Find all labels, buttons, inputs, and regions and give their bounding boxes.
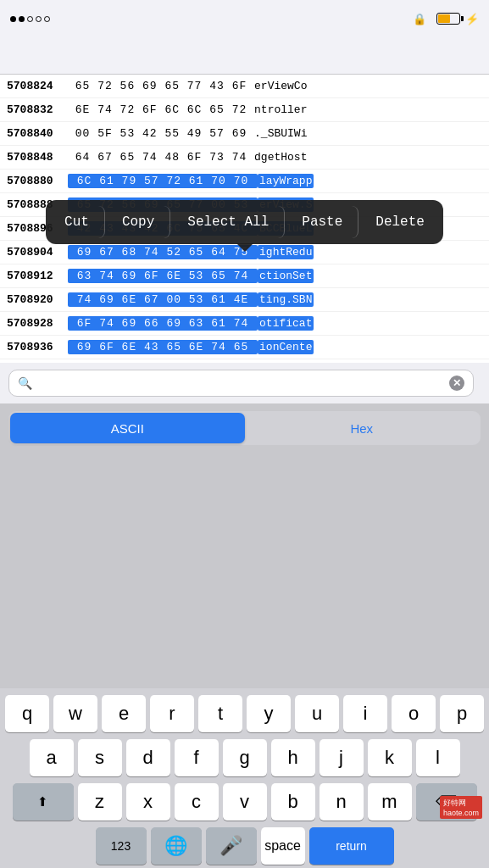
nav-bar (0, 37, 489, 75)
hex-bytes: 6F 74 69 66 69 63 61 74 (68, 316, 258, 331)
keyboard-row-3: ⬆zxcvbnm⌫ (3, 783, 486, 821)
key-f[interactable]: f (175, 739, 219, 776)
space-key[interactable]: space (261, 827, 305, 865)
hex-addr: 5708832 (7, 103, 68, 116)
hex-addr: 5708912 (7, 270, 68, 282)
hex-bytes: 6E 74 72 6F 6C 6C 65 72 (68, 103, 254, 116)
key-b[interactable]: b (271, 783, 315, 821)
key-s[interactable]: s (78, 739, 122, 776)
context-menu-arrow (236, 243, 253, 252)
key-v[interactable]: v (223, 783, 267, 821)
globe-key[interactable]: 🌐 (151, 827, 202, 865)
key-a[interactable]: a (30, 739, 74, 776)
key-g[interactable]: g (223, 739, 267, 776)
context-menu: CutCopySelect AllPasteDelete (46, 200, 443, 244)
status-left (10, 16, 60, 22)
keyboard-bottom-row: 123🌐🎤spacereturn (3, 827, 486, 865)
segment-control: ASCII Hex (8, 411, 481, 445)
hex-row[interactable]: 5708928 6F 74 69 66 69 63 61 74 otificat (0, 312, 489, 336)
hex-row[interactable]: 5708880 6C 61 79 57 72 61 70 70 layWrapp (0, 170, 489, 193)
hex-ascii: erViewCo (254, 80, 307, 92)
key-d[interactable]: d (126, 739, 170, 776)
return-key[interactable]: return (309, 827, 394, 865)
search-bar-container: 🔍 ✕ (0, 363, 489, 404)
hex-addr: 5708840 (7, 127, 68, 140)
key-r[interactable]: r (150, 695, 194, 732)
hex-bytes: 63 74 69 6F 6E 53 65 74 (68, 269, 258, 283)
keyboard-row-2: asdfghjkl (3, 739, 486, 776)
key-l[interactable]: l (416, 739, 460, 776)
dot4 (36, 16, 42, 22)
context-menu-overlay: CutCopySelect AllPasteDelete (0, 200, 489, 252)
lock-icon: 🔒 (413, 13, 426, 25)
shift-key[interactable]: ⬆ (13, 783, 74, 821)
keyboard-row-1: qwertyuiop (3, 695, 486, 732)
hex-bytes: 69 6F 6E 43 65 6E 74 65 (68, 340, 258, 354)
hex-ascii: layWrapp (258, 174, 314, 188)
key-h[interactable]: h (271, 739, 315, 776)
hex-ascii: dgetHost (254, 151, 307, 164)
keyboard: qwertyuiop asdfghjkl ⬆zxcvbnm⌫ 123🌐🎤spac… (0, 688, 489, 868)
key-c[interactable]: c (175, 783, 219, 821)
key-n[interactable]: n (320, 783, 364, 821)
hex-addr: 5708936 (7, 341, 68, 353)
context-menu-item-copy[interactable]: Copy (107, 206, 170, 238)
hex-ascii: ctionSet (258, 269, 314, 283)
hex-ascii: ._SBUIWi (254, 127, 307, 140)
dot5 (44, 16, 50, 22)
key-k[interactable]: k (368, 739, 412, 776)
hex-addr: 5708928 (7, 317, 68, 330)
key-123[interactable]: 123 (96, 827, 147, 865)
hex-row[interactable]: 5708848 64 67 65 74 48 6F 73 74 dgetHost (0, 146, 489, 170)
hex-bytes: 00 5F 53 42 55 49 57 69 (68, 127, 254, 140)
status-bar: 🔒 ⚡ (0, 0, 489, 37)
key-y[interactable]: y (247, 695, 291, 732)
watermark: 好特网haote.com (440, 796, 482, 819)
segment-hex[interactable]: Hex (245, 413, 480, 443)
status-right: 🔒 ⚡ (413, 13, 479, 25)
hex-row[interactable]: 5708912 63 74 69 6F 6E 53 65 74 ctionSet (0, 264, 489, 288)
hex-bytes: 64 67 65 74 48 6F 73 74 (68, 151, 254, 164)
context-menu-item-delete[interactable]: Delete (360, 206, 440, 238)
hex-ascii: ionCente (258, 340, 314, 354)
dot3 (27, 16, 33, 22)
hex-ascii: otificat (258, 316, 314, 331)
segment-ascii[interactable]: ASCII (10, 413, 245, 443)
hex-addr: 5708920 (7, 293, 68, 306)
hex-bytes: 6C 61 79 57 72 61 70 70 (68, 174, 258, 188)
key-u[interactable]: u (295, 695, 339, 732)
dot2 (19, 16, 25, 22)
key-i[interactable]: i (343, 695, 387, 732)
key-x[interactable]: x (126, 783, 170, 821)
signal-dots (10, 16, 50, 22)
hex-row[interactable]: 5708824 65 72 56 69 65 77 43 6F erViewCo (0, 75, 489, 98)
key-w[interactable]: w (53, 695, 97, 732)
hex-addr: 5708848 (7, 151, 68, 164)
hex-row[interactable]: 5708936 69 6F 6E 43 65 6E 74 65 ionCente (0, 336, 489, 359)
key-z[interactable]: z (78, 783, 122, 821)
key-e[interactable]: e (102, 695, 146, 732)
hex-content: 5708824 65 72 56 69 65 77 43 6F erViewCo… (0, 75, 489, 363)
search-input-wrap[interactable]: 🔍 ✕ (8, 370, 474, 397)
lightning-icon: ⚡ (465, 13, 479, 25)
context-menu-item-cut[interactable]: Cut (49, 206, 105, 238)
hex-row[interactable]: 5708944 72 53 65 74 74 69 6E 67 rSetting (0, 359, 489, 363)
key-o[interactable]: o (392, 695, 436, 732)
search-clear-button[interactable]: ✕ (449, 376, 464, 391)
context-menu-item-select-all[interactable]: Select All (172, 206, 285, 238)
key-m[interactable]: m (368, 783, 412, 821)
key-j[interactable]: j (320, 739, 364, 776)
context-menu-item-paste[interactable]: Paste (286, 206, 358, 238)
key-t[interactable]: t (198, 695, 242, 732)
hex-addr: 5708824 (7, 80, 68, 92)
key-p[interactable]: p (440, 695, 484, 732)
battery-fill (438, 14, 450, 23)
search-icon: 🔍 (18, 376, 32, 390)
hex-addr: 5708880 (7, 175, 68, 187)
key-q[interactable]: q (5, 695, 49, 732)
mic-key[interactable]: 🎤 (206, 827, 257, 865)
hex-row[interactable]: 5708840 00 5F 53 42 55 49 57 69 ._SBUIWi (0, 122, 489, 146)
hex-row[interactable]: 5708920 74 69 6E 67 00 53 61 4E ting.SBN (0, 288, 489, 312)
hex-ascii: ting.SBN (258, 292, 314, 307)
hex-row[interactable]: 5708832 6E 74 72 6F 6C 6C 65 72 ntroller (0, 98, 489, 122)
